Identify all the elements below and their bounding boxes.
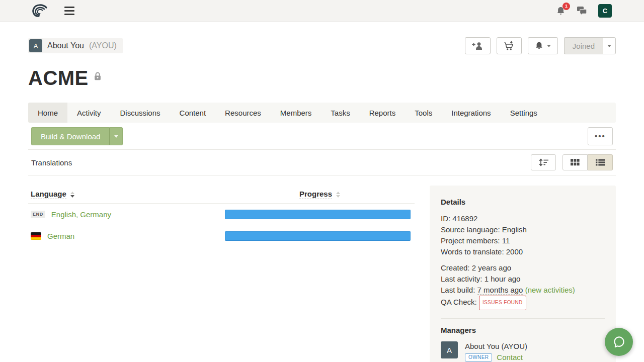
notification-count-badge: 1 <box>562 3 570 10</box>
detail-last-build: Last build: 7 months ago (new activities… <box>441 285 605 296</box>
chevron-down-icon <box>547 45 551 47</box>
column-header-progress[interactable]: Progress <box>299 190 332 199</box>
progress-bar-fill <box>225 210 411 219</box>
details-panel: Details ID: 416892 Source language: Engl… <box>430 186 616 362</box>
help-chat-button[interactable] <box>605 328 633 356</box>
germany-flag-icon <box>31 232 41 240</box>
new-activities-link[interactable]: (new activities) <box>525 286 575 294</box>
topbar: 1 C <box>0 0 644 22</box>
table-header-row: Language Progress <box>28 186 415 204</box>
language-code-badge: END <box>31 211 45 218</box>
owner-badge: OWNER <box>465 353 492 361</box>
tab-tools[interactable]: Tools <box>405 103 442 123</box>
languages-table: Language Progress END English, Germany <box>28 186 415 247</box>
tab-tasks[interactable]: Tasks <box>321 103 359 123</box>
notifications-bell-icon[interactable]: 1 <box>556 6 566 16</box>
last-build-label: Last build: <box>441 286 475 294</box>
joined-button[interactable]: Joined <box>564 37 603 54</box>
page-title: ACME <box>28 66 89 89</box>
tab-content[interactable]: Content <box>170 103 216 123</box>
view-toggle-group <box>562 154 613 170</box>
invite-people-button[interactable] <box>465 37 491 54</box>
build-split-button: Build & Download <box>31 127 123 145</box>
language-link[interactable]: English, Germany <box>51 210 111 219</box>
store-cart-button[interactable] <box>497 37 522 54</box>
chat-bubbles-icon <box>577 6 587 16</box>
manager-entry: A About You (AYOU) OWNER Contact <box>441 341 605 361</box>
org-avatar: A <box>29 39 42 52</box>
detail-project-members: Project members: 11 <box>441 235 605 246</box>
detail-id: ID: 416892 <box>441 213 605 224</box>
list-view-icon <box>596 159 605 166</box>
divider <box>441 318 605 319</box>
progress-bar[interactable] <box>225 210 411 219</box>
tab-members[interactable]: Members <box>271 103 321 123</box>
add-person-icon <box>472 41 484 50</box>
breadcrumb[interactable]: A About You (AYOU) <box>28 38 123 53</box>
build-dropdown-button[interactable] <box>110 127 123 145</box>
details-heading: Details <box>441 198 605 206</box>
table-row: END English, Germany <box>28 204 415 225</box>
issues-found-badge[interactable]: ISSUES FOUND <box>479 296 526 310</box>
qa-check-label: QA Check: <box>441 298 477 306</box>
manager-avatar: A <box>441 341 458 358</box>
joined-dropdown-button[interactable] <box>603 37 616 54</box>
detail-qa-check: QA Check: ISSUES FOUND <box>441 296 605 310</box>
private-lock-icon <box>94 71 102 81</box>
sort-arrows-language[interactable] <box>70 192 74 198</box>
last-build-value[interactable]: 7 months ago <box>477 286 523 295</box>
managers-heading: Managers <box>441 326 605 334</box>
joined-split-button: Joined <box>564 37 616 54</box>
tab-activity[interactable]: Activity <box>67 103 111 123</box>
progress-bar[interactable] <box>225 231 411 241</box>
grid-view-icon <box>571 159 580 166</box>
contact-link[interactable]: Contact <box>497 353 523 361</box>
messages-icon[interactable] <box>577 6 587 16</box>
detail-created: Created: 2 years ago <box>441 262 605 274</box>
section-title-translations: Translations <box>31 158 72 167</box>
chat-bubble-outline-icon <box>612 335 626 349</box>
tab-settings[interactable]: Settings <box>501 103 547 123</box>
build-download-button[interactable]: Build & Download <box>31 127 110 145</box>
project-tabs: Home Activity Discussions Content Resour… <box>28 103 616 123</box>
detail-source-language: Source language: English <box>441 224 605 235</box>
tab-discussions[interactable]: Discussions <box>111 103 170 123</box>
breadcrumb-name: About You <box>47 41 84 50</box>
manager-name: About You (AYOU) <box>465 341 527 351</box>
hamburger-menu-icon[interactable] <box>62 5 76 17</box>
progress-bar-fill <box>225 231 411 241</box>
grid-view-button[interactable] <box>562 154 588 170</box>
chevron-down-icon <box>114 135 118 138</box>
bell-small-icon <box>535 41 543 50</box>
tab-resources[interactable]: Resources <box>215 103 271 123</box>
chevron-down-icon <box>607 45 611 47</box>
column-header-language[interactable]: Language <box>31 190 66 199</box>
list-view-button[interactable] <box>588 154 613 170</box>
user-avatar[interactable]: C <box>598 4 612 18</box>
logo-swirl-icon <box>29 4 48 19</box>
table-row: German <box>28 225 415 247</box>
tab-home[interactable]: Home <box>28 103 67 123</box>
more-actions-button[interactable]: ••• <box>588 127 613 145</box>
tab-reports[interactable]: Reports <box>360 103 406 123</box>
tab-integrations[interactable]: Integrations <box>442 103 500 123</box>
sort-amount-icon <box>538 158 549 167</box>
detail-last-activity: Last activity: 1 hour ago <box>441 274 605 285</box>
crowdin-logo[interactable] <box>29 4 48 19</box>
sort-button[interactable] <box>531 154 556 170</box>
project-header-row: A About You (AYOU) <box>28 37 616 54</box>
follow-notifications-button[interactable] <box>528 37 558 54</box>
breadcrumb-code: (AYOU) <box>89 41 117 50</box>
divider <box>28 175 616 175</box>
sort-arrows-progress[interactable] <box>336 192 340 198</box>
cart-download-icon <box>504 41 515 51</box>
detail-words-to-translate: Words to translate: 2000 <box>441 246 605 257</box>
language-link[interactable]: German <box>47 232 74 240</box>
